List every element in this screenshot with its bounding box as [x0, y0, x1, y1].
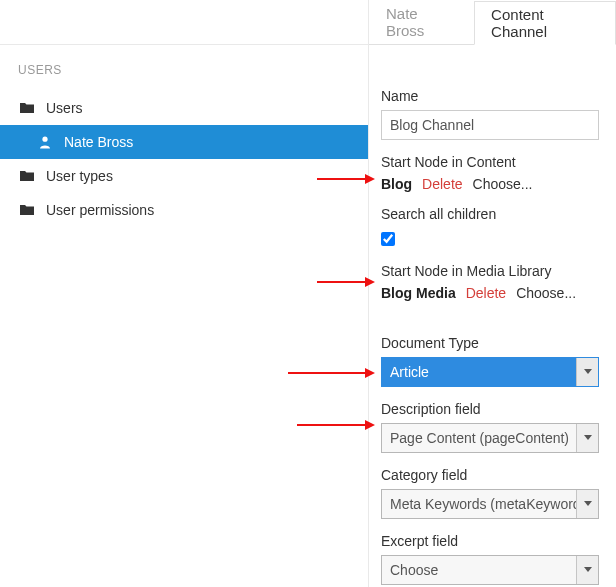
- doctype-select-wrap: Article: [381, 357, 599, 387]
- category-select[interactable]: Meta Keywords (metaKeywords): [381, 489, 599, 519]
- category-select-wrap: Meta Keywords (metaKeywords): [381, 489, 599, 519]
- start-content-delete[interactable]: Delete: [422, 176, 462, 192]
- tree-item-label: User types: [46, 168, 113, 184]
- start-content-label: Start Node in Content: [381, 154, 604, 170]
- tree-item-label: User permissions: [46, 202, 154, 218]
- tree-item[interactable]: Users: [0, 91, 368, 125]
- users-tree: UsersNate BrossUser typesUser permission…: [0, 91, 368, 227]
- start-media-row: Blog Media Delete Choose...: [381, 285, 604, 301]
- description-label: Description field: [381, 401, 604, 417]
- start-media-label: Start Node in Media Library: [381, 263, 604, 279]
- name-label: Name: [381, 88, 604, 104]
- start-content-node: Blog: [381, 176, 412, 192]
- doctype-label: Document Type: [381, 335, 604, 351]
- description-select[interactable]: Page Content (pageContent): [381, 423, 599, 453]
- sidebar-heading: USERS: [0, 63, 368, 91]
- folder-icon: [20, 204, 38, 216]
- tab-bar: Nate Bross Content Channel: [369, 0, 616, 44]
- start-content-row: Blog Delete Choose...: [381, 176, 604, 192]
- content-channel-form: Name Start Node in Content Blog Delete C…: [369, 44, 616, 587]
- folder-icon: [20, 102, 38, 114]
- tree-item-label: Nate Bross: [64, 134, 133, 150]
- users-sidebar: USERS UsersNate BrossUser typesUser perm…: [0, 0, 369, 587]
- content-panel: Nate Bross Content Channel Name Start No…: [369, 0, 616, 587]
- name-input[interactable]: [381, 110, 599, 140]
- start-media-delete[interactable]: Delete: [466, 285, 506, 301]
- tree-item[interactable]: User types: [0, 159, 368, 193]
- description-select-wrap: Page Content (pageContent): [381, 423, 599, 453]
- user-icon: [38, 135, 56, 149]
- doctype-select[interactable]: Article: [381, 357, 599, 387]
- svg-point-0: [42, 137, 47, 142]
- tab-user[interactable]: Nate Bross: [369, 0, 474, 44]
- tree-item[interactable]: Nate Bross: [0, 125, 368, 159]
- excerpt-select-wrap: Choose: [381, 555, 599, 585]
- start-content-choose[interactable]: Choose...: [473, 176, 533, 192]
- tree-item-label: Users: [46, 100, 83, 116]
- search-children-label: Search all children: [381, 206, 604, 222]
- start-media-node: Blog Media: [381, 285, 456, 301]
- category-label: Category field: [381, 467, 604, 483]
- tree-item[interactable]: User permissions: [0, 193, 368, 227]
- tab-content-channel[interactable]: Content Channel: [474, 1, 616, 45]
- start-media-choose[interactable]: Choose...: [516, 285, 576, 301]
- excerpt-label: Excerpt field: [381, 533, 604, 549]
- excerpt-select[interactable]: Choose: [381, 555, 599, 585]
- folder-icon: [20, 170, 38, 182]
- search-children-checkbox[interactable]: [381, 232, 395, 246]
